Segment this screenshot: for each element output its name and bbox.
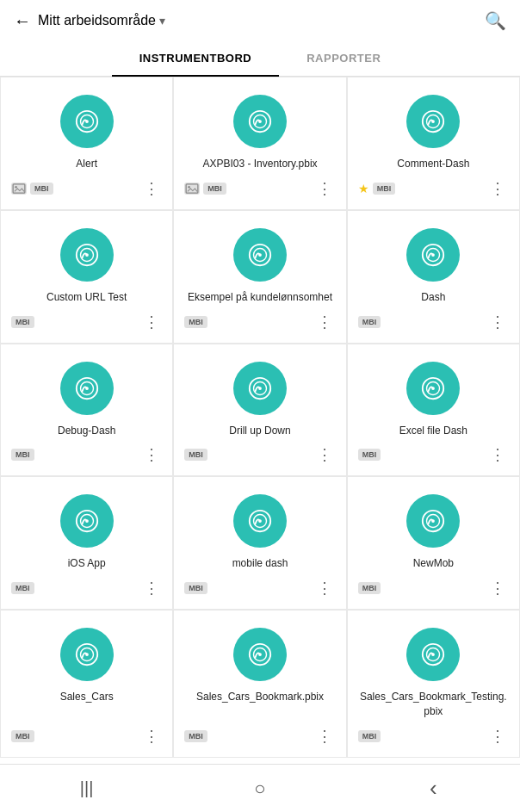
item-footer: MBI⋮ (184, 444, 335, 465)
svg-point-33 (85, 520, 89, 524)
dashboard-icon (60, 494, 114, 548)
item-footer: MBI⋮ (358, 444, 509, 465)
list-item[interactable]: Sales_Cars_Bookmark_Testing.pbixMBI⋮ (347, 610, 520, 758)
list-item[interactable]: Sales_Cars_Bookmark.pbixMBI⋮ (173, 610, 346, 758)
tabs-bar: INSTRUMENTBORD RAPPORTER (0, 41, 520, 77)
svg-point-2 (85, 120, 89, 123)
header-left: ← Mitt arbeidsområde ▾ (14, 11, 165, 31)
svg-point-24 (85, 387, 89, 390)
dashboard-icon (233, 95, 287, 148)
svg-point-4 (15, 186, 17, 189)
more-options-button[interactable]: ⋮ (141, 726, 162, 747)
more-options-button[interactable]: ⋮ (488, 726, 509, 747)
item-badges: MBI (358, 449, 381, 461)
item-title: Drill up Down (229, 424, 290, 438)
item-title: AXPBI03 - Inventory.pbix (202, 157, 317, 171)
item-footer: MBI⋮ (184, 578, 335, 598)
more-options-button[interactable]: ⋮ (315, 578, 336, 598)
more-options-button[interactable]: ⋮ (488, 578, 509, 598)
item-title: mobile dash (232, 556, 288, 571)
home-icon[interactable]: ○ (243, 772, 277, 806)
item-badges: MBI (11, 730, 34, 742)
svg-point-18 (258, 253, 262, 257)
mbi-badge: MBI (184, 316, 207, 328)
list-item[interactable]: AXPBI03 - Inventory.pbix MBI⋮ (173, 77, 346, 210)
more-options-button[interactable]: ⋮ (141, 312, 162, 332)
tab-rapporter[interactable]: RAPPORTER (279, 41, 408, 77)
item-badges: ★MBI (358, 181, 396, 196)
mbi-badge: MBI (373, 183, 396, 195)
item-footer: MBI⋮ (358, 726, 509, 747)
back-button[interactable]: ← (14, 11, 31, 31)
mbi-badge: MBI (358, 730, 381, 742)
svg-point-27 (258, 387, 262, 390)
tab-instrumentbord[interactable]: INSTRUMENTBORD (112, 41, 280, 77)
svg-point-48 (431, 653, 435, 656)
more-options-button[interactable]: ⋮ (488, 312, 509, 332)
mbi-badge: MBI (203, 183, 226, 195)
item-badges: MBI (358, 730, 381, 742)
workspace-title[interactable]: Mitt arbeidsområde ▾ (38, 13, 165, 28)
item-title: Debug-Dash (58, 424, 115, 438)
more-options-button[interactable]: ⋮ (141, 578, 162, 598)
list-item[interactable]: iOS AppMBI⋮ (0, 476, 173, 610)
item-footer: MBI⋮ (11, 578, 162, 598)
image-badge-icon (11, 183, 27, 195)
item-footer: MBI⋮ (184, 312, 335, 332)
more-options-button[interactable]: ⋮ (488, 444, 509, 465)
bottom-nav: ||| ○ ‹ (0, 764, 520, 812)
more-options-button[interactable]: ⋮ (315, 178, 336, 199)
more-options-button[interactable]: ⋮ (141, 444, 162, 465)
item-footer: MBI⋮ (11, 444, 162, 465)
mbi-badge: MBI (11, 316, 34, 328)
item-footer: MBI⋮ (358, 312, 509, 332)
svg-point-30 (431, 387, 435, 390)
item-title: Eksempel på kundelønnsomhet (188, 290, 332, 305)
item-title: Sales_Cars (60, 690, 114, 704)
item-footer: MBI⋮ (358, 578, 509, 598)
list-item[interactable]: Comment-Dash★MBI⋮ (347, 77, 520, 210)
search-icon[interactable]: 🔍 (485, 10, 506, 31)
item-title: Sales_Cars_Bookmark.pbix (196, 690, 324, 704)
list-item[interactable]: mobile dashMBI⋮ (173, 476, 346, 610)
item-badges: MBI (184, 730, 207, 742)
list-item[interactable]: Debug-DashMBI⋮ (0, 344, 173, 477)
svg-point-36 (258, 520, 262, 524)
item-badges: MBI (184, 183, 226, 195)
more-options-button[interactable]: ⋮ (315, 726, 336, 747)
svg-point-42 (85, 653, 89, 656)
svg-point-39 (431, 520, 435, 524)
dashboard-icon (406, 95, 460, 148)
mbi-badge: MBI (358, 316, 381, 328)
more-options-button[interactable]: ⋮ (315, 444, 336, 465)
back-nav-icon[interactable]: ‹ (416, 772, 450, 806)
mbi-badge: MBI (11, 582, 34, 594)
list-item[interactable]: DashMBI⋮ (347, 210, 520, 344)
dashboard-icon (406, 362, 460, 415)
svg-point-9 (189, 186, 191, 189)
list-item[interactable]: Excel file DashMBI⋮ (347, 344, 520, 477)
more-options-button[interactable]: ⋮ (315, 312, 336, 332)
dashboard-icon (406, 494, 460, 548)
list-item[interactable]: NewMobMBI⋮ (347, 476, 520, 610)
dashboard-icon (233, 228, 287, 282)
svg-point-12 (431, 120, 435, 123)
mbi-badge: MBI (184, 582, 207, 594)
svg-point-21 (431, 253, 435, 257)
item-title: Alert (76, 157, 97, 171)
more-options-button[interactable]: ⋮ (488, 178, 509, 199)
image-badge-icon (184, 183, 200, 195)
mbi-badge: MBI (358, 582, 381, 594)
list-item[interactable]: Eksempel på kundelønnsomhetMBI⋮ (173, 210, 346, 344)
more-options-button[interactable]: ⋮ (141, 178, 162, 199)
item-title: Excel file Dash (399, 424, 467, 438)
menu-icon[interactable]: ||| (70, 772, 104, 806)
item-title: Sales_Cars_Bookmark_Testing.pbix (358, 690, 509, 719)
list-item[interactable]: Alert MBI⋮ (0, 77, 173, 210)
dashboard-icon (406, 228, 460, 282)
list-item[interactable]: Custom URL TestMBI⋮ (0, 210, 173, 344)
svg-point-45 (258, 653, 262, 656)
list-item[interactable]: Drill up DownMBI⋮ (173, 344, 346, 477)
item-title: Custom URL Test (46, 290, 127, 305)
list-item[interactable]: Sales_CarsMBI⋮ (0, 610, 173, 758)
